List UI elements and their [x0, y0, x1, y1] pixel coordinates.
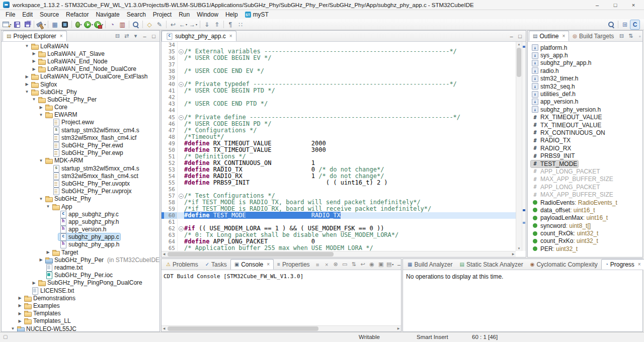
expand-arrow-icon[interactable]: ▶ — [17, 303, 23, 308]
menu-run[interactable]: Run — [175, 11, 193, 19]
expand-arrow-icon[interactable]: ▶ — [31, 59, 37, 63]
terminate-icon[interactable]: ■ — [313, 260, 322, 269]
tab-static-stack-analyzer[interactable]: ▤Static Stack Analyzer — [456, 259, 527, 270]
outline-item[interactable]: ↓platform.h — [531, 44, 642, 51]
pin-console-icon[interactable]: ◉ — [368, 260, 376, 269]
outline-item[interactable]: #TX_TIMEOUT_VALUE — [531, 121, 642, 129]
console-output[interactable]: CDT Build Console [STM32Cube_FW_WL_V1.3.… — [162, 270, 401, 325]
tree-item[interactable]: ▶LoRaWAN_End_Node — [2, 57, 159, 65]
outline-item[interactable]: count_RxKo : uint32_t — [531, 237, 642, 245]
tab-properties[interactable]: ≡Properties — [274, 259, 313, 270]
expand-arrow-icon[interactable]: ▶ — [31, 67, 37, 71]
collapse-arrow-icon[interactable]: ▼ — [24, 44, 30, 48]
tree-item[interactable]: SubGHz_Phy_Per.uvoptx — [2, 180, 159, 187]
save-icon[interactable] — [12, 20, 22, 30]
tab-build-analyzer[interactable]: ▦Build Analyzer — [404, 259, 456, 270]
expand-arrow-icon[interactable]: ▶ — [45, 250, 51, 254]
outline-item[interactable]: #APP_LONG_PACKET — [531, 167, 642, 175]
outline-item[interactable]: PER : uint32_t — [531, 245, 642, 252]
build-all-icon[interactable]: ▾ — [36, 20, 46, 30]
scroll-down-icon[interactable]: ▼ — [516, 246, 522, 251]
outline-item[interactable]: #APP_LONG_PACKET — [531, 183, 642, 191]
tab-cyclomatic-complexity[interactable]: ◉Cyclomatic Complexity — [527, 259, 601, 270]
tree-item[interactable]: ▶Target — [2, 248, 159, 256]
close-tab-icon[interactable]: × — [562, 33, 565, 39]
coverage-icon[interactable]: ▥ — [117, 20, 127, 30]
code-line[interactable]: 60#define TEST_MODE RADIO_TX — [162, 212, 516, 219]
outline-item[interactable]: ↓sys_app.h — [531, 51, 642, 59]
outline-item[interactable]: #PRBS9_INIT — [531, 152, 642, 159]
new-wizard-icon[interactable]: ▾ — [2, 20, 12, 30]
code-line[interactable]: 65/* Application buffer 255 max when USE… — [162, 245, 516, 251]
expand-arrow-icon[interactable]: ▶ — [24, 82, 30, 87]
forward-icon[interactable]: →▾ — [188, 20, 198, 30]
menu-edit[interactable]: Edit — [19, 11, 36, 19]
outline-item[interactable]: #RX_CONTINUOUS_ON — [531, 129, 642, 136]
horizontal-scroll-thumb[interactable] — [168, 252, 334, 256]
expand-arrow-icon[interactable]: ▶ — [17, 319, 23, 323]
outline-item[interactable]: #MAX_APP_BUFFER_SIZE — [531, 176, 642, 183]
outline-item[interactable]: #RADIO_RX — [531, 144, 642, 152]
outline-item[interactable]: count_RxOk : uint32_t — [531, 229, 642, 237]
scroll-up-icon[interactable]: ▲ — [516, 42, 522, 47]
fold-marker-icon[interactable] — [177, 48, 184, 55]
display-selected-console-icon[interactable]: ▣ — [377, 260, 385, 269]
code-line[interactable]: 43/* USER CODE END PTD */ — [162, 101, 516, 107]
menu-search[interactable]: Search — [123, 11, 149, 19]
expand-arrow-icon[interactable]: ▶ — [38, 105, 44, 110]
tree-item[interactable]: ▶LoRaWAN_AT_Slave — [2, 50, 159, 57]
vertical-scroll-thumb[interactable] — [517, 48, 521, 77]
overview-ruler[interactable] — [522, 42, 526, 251]
maximize-window-button[interactable]: □ — [612, 2, 619, 8]
expand-arrow-icon[interactable]: ▶ — [31, 51, 37, 56]
menu-file[interactable]: File — [2, 11, 19, 19]
menu-project[interactable]: Project — [149, 11, 175, 19]
code-editor[interactable]: 3435/* External variables --------------… — [162, 42, 516, 251]
previous-annotation-icon[interactable]: ⇑ — [212, 20, 222, 30]
word-wrap-icon[interactable]: ↩ — [359, 260, 367, 269]
debug-icon[interactable]: ▾ — [73, 20, 84, 30]
expand-arrow-icon[interactable]: ▶ — [17, 296, 23, 300]
tree-item[interactable]: ▶Core — [2, 104, 159, 111]
outline-item[interactable]: #MAX_APP_BUFFER_SIZE — [531, 191, 642, 198]
tree-item[interactable]: ▼SubGHz_Phy_Per — [2, 96, 159, 103]
tree-item[interactable]: ▶Examples — [2, 302, 159, 309]
code-line[interactable]: 41/* USER CODE BEGIN PTD */ — [162, 88, 516, 94]
overview-mark[interactable] — [523, 222, 525, 224]
tree-item[interactable]: SubGHz_Phy_Per.uvprojx — [2, 188, 159, 195]
close-tab-icon[interactable]: × — [638, 262, 641, 267]
minimize-view-icon[interactable]: – — [507, 32, 516, 40]
overview-mark[interactable] — [523, 209, 525, 211]
c-cpp-perspective-icon[interactable]: C — [630, 20, 640, 30]
menu-myst[interactable]: STmyST — [242, 11, 272, 19]
back-icon[interactable]: ←▾ — [178, 20, 188, 30]
overview-mark[interactable] — [523, 46, 525, 48]
collapse-arrow-icon[interactable]: ▼ — [38, 113, 44, 117]
scroll-left-icon[interactable]: ◀ — [162, 251, 167, 257]
collapse-arrow-icon[interactable]: ▼ — [10, 326, 16, 331]
menu-refactor[interactable]: Refactor — [62, 11, 92, 19]
fold-marker-icon[interactable] — [177, 114, 184, 121]
tree-item[interactable]: stm32wl5mxx_flash_cm4.icf — [2, 134, 159, 141]
console-horizontal-scrollbar[interactable]: ◀ ▶ — [162, 325, 401, 331]
expand-arrow-icon[interactable]: ▶ — [17, 311, 23, 316]
collapse-arrow-icon[interactable]: ▼ — [38, 197, 44, 201]
status-trim-icon[interactable]: ▢ — [3, 334, 8, 339]
fold-marker-icon[interactable] — [177, 225, 184, 232]
outline-item[interactable]: data_offset : uint16_t — [531, 206, 642, 214]
tree-item[interactable]: ▼EWARM — [2, 111, 159, 119]
menu-window[interactable]: Window — [193, 11, 222, 19]
clear-console-icon[interactable]: ▭ — [341, 260, 349, 269]
tree-item[interactable]: app_version.h — [2, 226, 159, 233]
close-tab-icon[interactable]: × — [229, 33, 232, 39]
tab-project-explorer[interactable]: ▤ Project Explorer × — [3, 31, 67, 41]
collapse-arrow-icon[interactable]: ▼ — [24, 90, 30, 94]
tree-item[interactable]: ▶Templates — [2, 310, 159, 317]
outline-item[interactable]: ↓app_version.h — [531, 98, 642, 106]
editor-vertical-scrollbar[interactable]: ▲ ▼ — [516, 42, 522, 251]
tab-progress[interactable]: ◔Progress× — [601, 259, 644, 270]
outline-item[interactable]: #RX_TIMEOUT_VALUE — [531, 114, 642, 121]
tree-item[interactable]: ▶LoRaWAN_FUOTA_DualCore_ExtFlash — [2, 73, 159, 80]
new-c-project-icon[interactable]: ▦ — [50, 20, 60, 30]
scroll-right-icon[interactable]: ▶ — [396, 326, 401, 331]
